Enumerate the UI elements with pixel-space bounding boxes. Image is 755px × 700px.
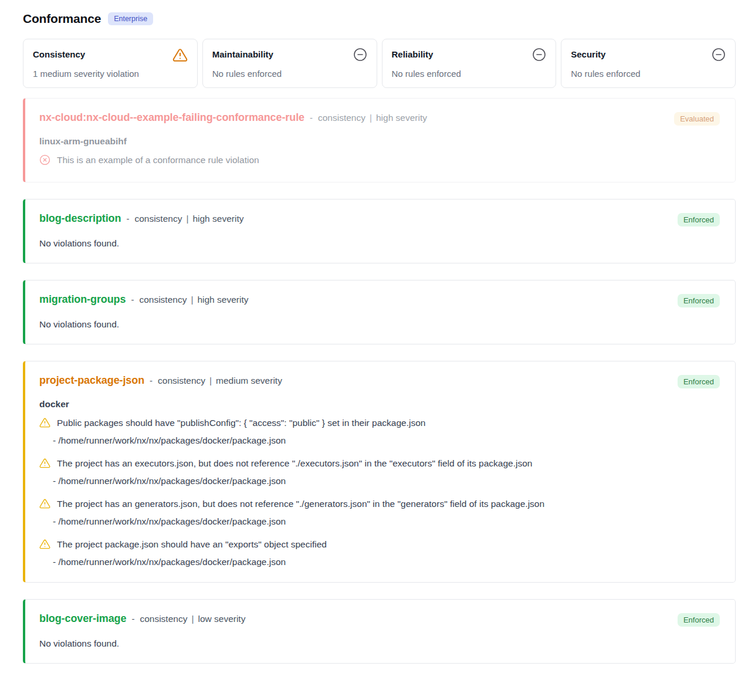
minus-circle-icon — [532, 48, 546, 64]
summary-card-title: Security — [571, 48, 605, 59]
minus-circle-icon — [353, 48, 367, 64]
violation-message: This is an example of a conformance rule… — [57, 154, 259, 166]
warning-triangle-icon — [39, 498, 50, 512]
violation-file-path: - /home/runner/work/nx/nx/packages/docke… — [53, 516, 720, 527]
error-circle-icon — [39, 154, 50, 168]
page-title: Conformance — [23, 12, 101, 26]
rule-card-blog-description: blog-description - consistency|high seve… — [23, 199, 736, 263]
summary-card-title: Reliability — [392, 48, 434, 59]
rule-name-link[interactable]: blog-cover-image — [39, 613, 126, 625]
summary-card-reliability: Reliability No rules enforced — [382, 39, 557, 88]
warning-triangle-icon — [39, 458, 50, 471]
violations-list: Public packages should have "publishConf… — [39, 417, 720, 568]
summary-card-status: 1 medium severity violation — [33, 69, 188, 79]
rule-status-badge: Enforced — [678, 294, 720, 307]
summary-cards-row: Consistency 1 medium severity violation … — [23, 39, 736, 88]
rule-name-link[interactable]: migration-groups — [39, 293, 126, 306]
rule-status-badge: Enforced — [678, 613, 720, 627]
rule-meta: consistency|low severity — [140, 614, 245, 624]
rule-status-badge: Enforced — [678, 375, 720, 388]
summary-card-security: Security No rules enforced — [561, 39, 736, 88]
summary-card-status: No rules enforced — [392, 69, 547, 79]
rule-name-link[interactable]: project-package-json — [39, 374, 144, 387]
summary-card-title: Maintainability — [212, 48, 273, 59]
summary-card-status: No rules enforced — [212, 69, 367, 79]
violation-message: Public packages should have "publishConf… — [57, 417, 425, 429]
violation-message: The project has an generators.json, but … — [57, 498, 544, 510]
separator-dash: - — [131, 295, 134, 305]
minus-circle-icon — [712, 48, 726, 64]
violation-file-path: - /home/runner/work/nx/nx/packages/docke… — [53, 435, 720, 447]
project-name: linux-arm-gnueabihf — [39, 136, 720, 147]
summary-card-status: No rules enforced — [571, 69, 726, 79]
violation-item: The project package.json should have an … — [39, 538, 720, 568]
rule-card-project-package-json: project-package-json - consistency|mediu… — [23, 361, 736, 583]
no-violations-text: No violations found. — [39, 638, 720, 649]
separator-dash: - — [310, 113, 313, 123]
no-violations-text: No violations found. — [39, 238, 720, 249]
rule-status-badge: Evaluated — [674, 112, 720, 126]
violation-item: The project has an generators.json, but … — [39, 498, 720, 527]
project-name: docker — [39, 399, 720, 410]
rule-meta: consistency|medium severity — [158, 376, 282, 386]
rule-meta: consistency|high severity — [318, 113, 427, 123]
violation-item: The project has an executors.json, but d… — [39, 457, 720, 487]
rule-meta: consistency|high severity — [134, 214, 243, 224]
summary-card-maintainability: Maintainability No rules enforced — [202, 39, 377, 88]
rule-card-migration-groups: migration-groups - consistency|high seve… — [23, 280, 736, 344]
rule-card-example-failing: nx-cloud:nx-cloud--example-failing-confo… — [23, 98, 736, 182]
enterprise-plan-badge: Enterprise — [108, 12, 153, 25]
violation-file-path: - /home/runner/work/nx/nx/packages/docke… — [53, 475, 720, 487]
rule-card-blog-cover-image: blog-cover-image - consistency|low sever… — [23, 599, 736, 664]
warning-triangle-icon — [172, 48, 188, 65]
violation-message: The project has an executors.json, but d… — [57, 457, 532, 469]
warning-triangle-icon — [39, 417, 50, 431]
rule-name-link[interactable]: nx-cloud:nx-cloud--example-failing-confo… — [39, 111, 304, 124]
violation-item: Public packages should have "publishConf… — [39, 417, 720, 447]
rule-status-badge: Enforced — [678, 213, 720, 226]
summary-card-consistency: Consistency 1 medium severity violation — [23, 39, 198, 88]
rule-name-link[interactable]: blog-description — [39, 212, 121, 225]
separator-dash: - — [131, 614, 134, 624]
warning-triangle-icon — [39, 539, 50, 552]
violation-message: The project package.json should have an … — [57, 538, 327, 550]
separator-dash: - — [126, 214, 129, 224]
page-header: Conformance Enterprise — [23, 12, 736, 26]
separator-dash: - — [150, 376, 153, 385]
violation-file-path: - /home/runner/work/nx/nx/packages/docke… — [53, 556, 720, 568]
no-violations-text: No violations found. — [39, 319, 720, 330]
conformance-page: Conformance Enterprise Consistency 1 med… — [0, 0, 755, 664]
summary-card-title: Consistency — [33, 48, 85, 59]
rule-meta: consistency|high severity — [139, 295, 248, 305]
